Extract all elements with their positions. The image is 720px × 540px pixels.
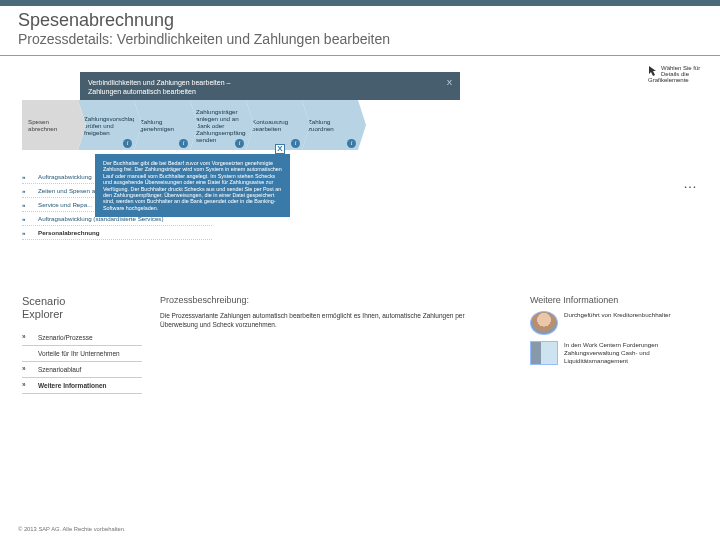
- step-approve-payment[interactable]: Zahlung genehmigen i: [134, 100, 190, 150]
- nav-item-benefits[interactable]: Vorteile für Ihr Unternehmen: [22, 346, 142, 362]
- nav-item-further[interactable]: »Weitere Informationen: [22, 378, 142, 394]
- list-item-selected[interactable]: »Personalabrechnung: [22, 226, 212, 240]
- nav-item-label: Weitere Informationen: [38, 382, 107, 389]
- info-icon[interactable]: i: [179, 139, 188, 148]
- chevron-double-icon: »: [22, 229, 23, 236]
- page-title: Spesenabrechnung: [0, 6, 720, 31]
- step-label: Zahlungsvorschlag prüfen und freigeben: [84, 115, 136, 136]
- info-icon[interactable]: i: [291, 139, 300, 148]
- step-label: Zahlung genehmigen: [140, 118, 184, 132]
- chevron-double-icon: »: [22, 173, 23, 180]
- nav-item-label: Szenarioablauf: [38, 366, 81, 373]
- info-icon[interactable]: i: [123, 139, 132, 148]
- further-text: In den Work Centern Forderungen Zahlungs…: [564, 341, 700, 365]
- pointer-icon: [648, 65, 658, 77]
- description-text: Die Prozessvariante Zahlungen automatisc…: [160, 311, 490, 329]
- list-item-label: Personalabrechnung: [38, 229, 100, 236]
- step-bank-statement[interactable]: Kontoauszug bearbeiten i: [246, 100, 302, 150]
- list-item-label: Service und Repa...: [38, 201, 92, 208]
- tooltip-close-button[interactable]: X: [275, 144, 285, 154]
- further-row-workcenter: In den Work Centern Forderungen Zahlungs…: [530, 341, 700, 365]
- nav-item-scenario[interactable]: »Szenario/Prozesse: [22, 330, 142, 346]
- chevron-double-icon: »: [22, 365, 24, 372]
- step-tooltip: X Der Buchhalter gibt die bei Bedarf zuv…: [95, 154, 290, 217]
- copyright-text: © 2013 SAP AG. Alle Rechte vorbehalten.: [18, 526, 126, 532]
- further-text: Durchgeführt von Kreditorenbuchhalter: [564, 311, 671, 335]
- step-label: Zahlungsträger anlegen und an Bank oder …: [196, 108, 251, 143]
- chevron-double-icon: »: [22, 187, 23, 194]
- step-create-medium[interactable]: Zahlungsträger anlegen und an Bank oder …: [190, 100, 246, 150]
- step-assign-payment[interactable]: Zahlung zuordnen i: [302, 100, 358, 150]
- workcenter-thumb: [530, 341, 558, 365]
- nav-item-label: Szenario/Prozesse: [38, 334, 93, 341]
- list-item-label: Auftragsabwicklung: [38, 173, 92, 180]
- step-label: Zahlung zuordnen: [308, 118, 352, 132]
- tooltip-text: Der Buchhalter gibt die bei Bedarf zuvor…: [103, 160, 282, 211]
- chevron-double-icon: »: [22, 333, 24, 340]
- further-row-performer: Durchgeführt von Kreditorenbuchhalter: [530, 311, 700, 335]
- more-ellipsis[interactable]: …: [683, 175, 698, 191]
- flow-title-line1: Verbindlichkeiten und Zahlungen bearbeit…: [88, 79, 230, 86]
- info-icon[interactable]: i: [235, 139, 244, 148]
- chevron-double-icon: »: [22, 381, 24, 388]
- further-info-block: Weitere Informationen Durchgeführt von K…: [530, 295, 700, 365]
- left-nav: »Szenario/Prozesse Vorteile für Ihr Unte…: [22, 330, 142, 394]
- chevron-double-icon: »: [22, 215, 23, 222]
- step-expense-report[interactable]: Spesen abrechnen: [22, 100, 78, 150]
- scenario-explorer-heading: Scenario Explorer: [22, 295, 65, 321]
- flow-close-button[interactable]: X: [447, 78, 452, 87]
- page-subtitle: Prozessdetails: Verbindlichkeiten und Za…: [0, 31, 720, 56]
- info-icon[interactable]: i: [347, 139, 356, 148]
- chevron-double-icon: »: [22, 201, 23, 208]
- process-flow-row: Spesen abrechnen Zahlungsvorschlag prüfe…: [22, 100, 358, 150]
- process-description: Prozessbeschreibung: Die Prozessvariante…: [160, 295, 490, 329]
- description-heading: Prozessbeschreibung:: [160, 295, 490, 305]
- flow-title-line2: Zahlungen automatisch bearbeiten: [88, 88, 196, 95]
- flow-header-panel: Verbindlichkeiten und Zahlungen bearbeit…: [80, 72, 460, 100]
- step-label: Kontoauszug bearbeiten: [252, 118, 296, 132]
- nav-item-flow[interactable]: »Szenarioablauf: [22, 362, 142, 378]
- further-heading: Weitere Informationen: [530, 295, 700, 305]
- step-label: Spesen abrechnen: [28, 118, 72, 132]
- step-review-proposal[interactable]: Zahlungsvorschlag prüfen und freigeben i: [78, 100, 134, 150]
- nav-item-label: Vorteile für Ihr Unternehmen: [38, 350, 120, 357]
- hint-text: Wählen Sie für Details die Grafikelement…: [648, 65, 708, 83]
- avatar: [530, 311, 558, 335]
